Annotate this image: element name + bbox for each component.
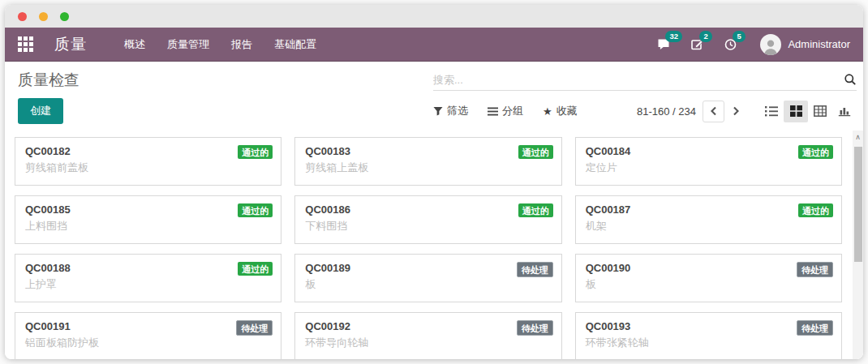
group-by-button[interactable]: 分组	[488, 104, 523, 118]
nav-item-configuration[interactable]: 基础配置	[274, 37, 316, 52]
systray: 32 2 5	[656, 34, 850, 55]
kanban-card[interactable]: QC00189 板 待处理	[294, 254, 561, 302]
status-badge: 通过的	[238, 262, 273, 276]
messages-count-badge: 32	[665, 31, 682, 42]
kanban-card[interactable]: QC00193 环带张紧轮轴 待处理	[575, 312, 842, 359]
view-switch-kanban-button[interactable]	[784, 101, 808, 122]
card-product-name: 剪线箱上盖板	[305, 161, 551, 175]
card-product-name: 剪线箱前盖板	[25, 161, 271, 175]
card-product-name: 铝面板箱防护板	[25, 336, 271, 350]
nav-menu: 概述 质量管理 报告 基础配置	[124, 37, 316, 52]
filters-button[interactable]: 筛选	[433, 104, 468, 118]
main-navbar: 质量 概述 质量管理 报告 基础配置 32 2	[5, 28, 863, 62]
star-icon: ★	[543, 105, 552, 118]
pager-previous-button[interactable]	[703, 101, 724, 122]
kanban-view-icon	[790, 105, 802, 117]
kanban-card[interactable]: QC00185 上料围挡 通过的	[15, 195, 281, 244]
maximize-window-icon[interactable]	[60, 12, 69, 21]
kanban-card[interactable]: QC00188 上护罩 通过的	[15, 254, 281, 302]
search-input[interactable]	[433, 74, 844, 86]
filters-label: 筛选	[447, 104, 468, 118]
status-badge: 通过的	[518, 203, 553, 217]
reminders-count-badge: 5	[733, 31, 745, 42]
card-product-name: 机架	[586, 219, 831, 233]
card-product-name: 环带张紧轮轴	[586, 336, 831, 350]
card-product-name: 下料围挡	[305, 219, 551, 233]
status-badge: 待处理	[797, 320, 833, 336]
card-reference: QC00193	[586, 320, 831, 332]
card-product-name: 定位片	[586, 161, 831, 175]
scrollbar-thumb[interactable]	[854, 147, 862, 262]
card-reference: QC00186	[305, 203, 551, 216]
page-title: 质量检查	[18, 70, 433, 91]
card-product-name: 板	[305, 277, 551, 292]
close-window-icon[interactable]	[18, 12, 27, 21]
status-badge: 待处理	[797, 262, 833, 277]
card-reference: QC00182	[25, 145, 271, 157]
kanban-card[interactable]: QC00191 铝面板箱防护板 待处理	[15, 312, 281, 359]
chevron-left-icon	[709, 105, 719, 117]
pager-range: 81-160 / 234	[637, 105, 696, 118]
control-panel: 质量检查 创建 筛选	[5, 62, 863, 131]
kanban-card[interactable]: QC00190 板 待处理	[575, 254, 842, 302]
card-product-name: 上护罩	[25, 277, 271, 292]
nav-item-overview[interactable]: 概述	[124, 37, 145, 52]
card-reference: QC00190	[586, 262, 831, 274]
status-badge: 通过的	[798, 145, 833, 159]
card-reference: QC00185	[25, 203, 271, 216]
card-reference: QC00189	[305, 262, 551, 274]
minimize-window-icon[interactable]	[39, 12, 48, 21]
kanban-view: QC00182 剪线箱前盖板 通过的 QC00183 剪线箱上盖板 通过的 QC…	[5, 131, 863, 359]
kanban-card[interactable]: QC00187 机架 通过的	[575, 195, 842, 244]
view-switch-pivot-button[interactable]	[808, 101, 832, 122]
list-view-icon	[765, 105, 778, 117]
scroll-up-icon[interactable]: ∧	[853, 131, 863, 143]
status-badge: 通过的	[238, 145, 273, 159]
card-reference: QC00183	[305, 145, 551, 157]
kanban-card[interactable]: QC00192 环带导向轮轴 待处理	[294, 312, 561, 359]
card-reference: QC00192	[305, 320, 551, 332]
kanban-card[interactable]: QC00183 剪线箱上盖板 通过的	[294, 137, 561, 186]
pager: 81-160 / 234	[637, 101, 857, 122]
scrollbar: ∧	[853, 131, 863, 359]
card-reference: QC00188	[25, 262, 271, 274]
card-product-name: 板	[586, 277, 831, 292]
kanban-card[interactable]: QC00182 剪线箱前盖板 通过的	[15, 137, 281, 186]
card-reference: QC00187	[586, 203, 831, 216]
status-badge: 待处理	[517, 262, 553, 277]
activities-count-badge: 2	[699, 31, 711, 42]
user-menu[interactable]: Administrator	[760, 34, 850, 55]
status-badge: 通过的	[238, 203, 273, 217]
group-bars-icon	[488, 107, 498, 116]
activities-button[interactable]: 2	[690, 37, 704, 51]
browser-window: 质量 概述 质量管理 报告 基础配置 32 2	[5, 5, 863, 359]
search-icon[interactable]	[844, 73, 857, 86]
view-switch-graph-button[interactable]	[832, 101, 857, 122]
nav-item-quality-mgmt[interactable]: 质量管理	[167, 37, 209, 52]
user-silhouette-icon	[762, 37, 780, 55]
filter-funnel-icon	[433, 106, 443, 116]
create-button[interactable]: 创建	[18, 98, 63, 124]
group-by-label: 分组	[502, 104, 523, 118]
pager-next-button[interactable]	[724, 101, 746, 122]
card-product-name: 上料围挡	[25, 219, 271, 233]
favorites-button[interactable]: ★ 收藏	[543, 104, 578, 118]
window-titlebar	[5, 5, 863, 28]
apps-grid-icon[interactable]	[18, 36, 33, 52]
kanban-card[interactable]: QC00184 定位片 通过的	[575, 137, 842, 186]
status-badge: 通过的	[518, 145, 553, 159]
status-badge: 待处理	[517, 320, 553, 336]
messages-button[interactable]: 32	[656, 37, 671, 51]
user-name: Administrator	[788, 38, 850, 50]
bar-chart-icon	[838, 105, 851, 117]
status-badge: 待处理	[236, 320, 273, 336]
app-title: 质量	[54, 34, 87, 55]
kanban-grid: QC00182 剪线箱前盖板 通过的 QC00183 剪线箱上盖板 通过的 QC…	[5, 131, 863, 359]
kanban-card[interactable]: QC00186 下料围挡 通过的	[294, 195, 561, 244]
reminders-button[interactable]: 5	[724, 37, 737, 51]
nav-item-reports[interactable]: 报告	[231, 37, 252, 52]
view-switch-list-button[interactable]	[759, 101, 784, 122]
chevron-right-icon	[731, 105, 741, 117]
card-product-name: 环带导向轮轴	[305, 336, 551, 350]
card-reference: QC00184	[586, 145, 831, 157]
